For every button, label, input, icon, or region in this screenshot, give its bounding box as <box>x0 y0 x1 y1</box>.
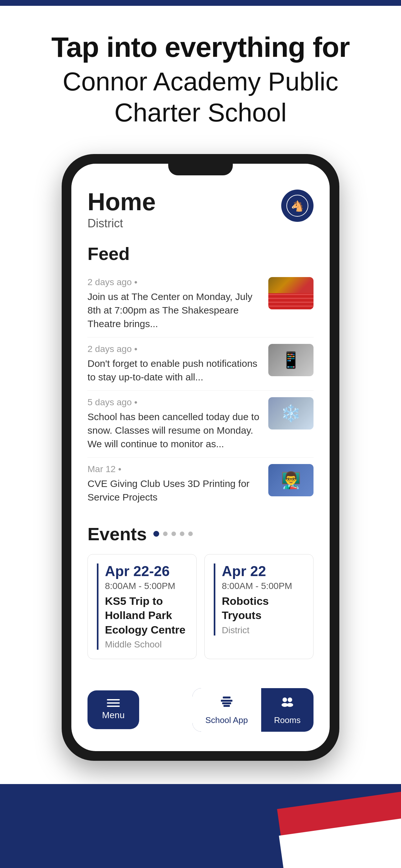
event-name: KS5 Trip to Holland Park Ecology Centre <box>105 594 187 637</box>
menu-label: Menu <box>102 710 125 720</box>
svg-point-7 <box>288 698 292 702</box>
bottom-nav: Menu Schoo <box>71 675 330 751</box>
feed-meta: 2 days ago • <box>88 344 260 354</box>
event-card[interactable]: Apr 22-26 8:00AM - 5:00PM KS5 Trip to Ho… <box>88 554 197 659</box>
rooms-label: Rooms <box>274 715 301 725</box>
dot-inactive <box>172 531 176 536</box>
school-app-button[interactable]: School App <box>192 688 261 732</box>
feed-meta: Mar 12 • <box>88 464 260 474</box>
feed-item[interactable]: 5 days ago • School has been cancelled t… <box>88 391 313 458</box>
feed-thumbnail <box>268 464 313 496</box>
feed-text-block: Mar 12 • CVE Giving Club Uses 3D Printin… <box>88 464 260 504</box>
event-card[interactable]: Apr 22 8:00AM - 5:00PM Robotics Tryouts … <box>204 554 313 659</box>
phone-wrapper: Home District 🐴 Feed <box>0 148 401 761</box>
phone-image <box>268 344 313 376</box>
phone-notch <box>168 164 233 175</box>
hero-title-line1: Tap into everything for <box>26 32 375 63</box>
snow-image <box>268 397 313 430</box>
hamburger-icon <box>107 699 120 707</box>
svg-rect-5 <box>223 696 230 699</box>
dot-inactive <box>163 531 167 536</box>
feed-text-block: 5 days ago • School has been cancelled t… <box>88 397 260 451</box>
svg-point-6 <box>282 698 287 702</box>
classroom-image <box>268 464 313 496</box>
feed-item[interactable]: 2 days ago • Don't forget to enable push… <box>88 337 313 391</box>
screen-home-title: Home <box>88 190 156 214</box>
events-title: Events <box>88 523 147 545</box>
feed-title: Feed <box>88 243 313 264</box>
events-header: Events <box>88 523 313 545</box>
nav-right-group: School App Rooms <box>192 688 313 732</box>
event-card-inner: Apr 22-26 8:00AM - 5:00PM KS5 Trip to Ho… <box>97 563 187 650</box>
feed-body: Don't forget to enable push notification… <box>88 357 260 384</box>
feed-text-block: 2 days ago • Join us at The Center on Mo… <box>88 277 260 331</box>
event-name: Robotics Tryouts <box>222 594 304 622</box>
feed-body: CVE Giving Club Uses 3D Printing for Ser… <box>88 477 260 504</box>
top-status-bar <box>0 0 401 6</box>
dot-inactive <box>180 531 184 536</box>
screen-title-block: Home District <box>88 190 156 230</box>
svg-rect-2 <box>221 700 233 702</box>
feed-thumbnail <box>268 277 313 309</box>
school-app-label: School App <box>205 715 248 725</box>
event-date: Apr 22 <box>222 563 304 579</box>
event-date: Apr 22-26 <box>105 563 187 579</box>
events-cards: Apr 22-26 8:00AM - 5:00PM KS5 Trip to Ho… <box>88 554 313 659</box>
feed-meta: 2 days ago • <box>88 277 260 287</box>
svg-rect-4 <box>223 705 230 707</box>
feed-thumbnail <box>268 397 313 430</box>
feed-text-block: 2 days ago • Don't forget to enable push… <box>88 344 260 384</box>
dot-inactive <box>188 531 193 536</box>
feed-item[interactable]: 2 days ago • Join us at The Center on Mo… <box>88 271 313 337</box>
feed-body: Join us at The Center on Monday, July 8t… <box>88 290 260 331</box>
svg-text:🐴: 🐴 <box>291 200 304 212</box>
feed-thumbnail <box>268 344 313 376</box>
svg-rect-3 <box>222 702 231 704</box>
feed-item[interactable]: Mar 12 • CVE Giving Club Uses 3D Printin… <box>88 458 313 510</box>
event-card-inner: Apr 22 8:00AM - 5:00PM Robotics Tryouts … <box>214 563 304 636</box>
event-time: 8:00AM - 5:00PM <box>105 581 187 591</box>
dot-active <box>153 531 159 537</box>
pagination-dots <box>153 531 193 537</box>
menu-button[interactable]: Menu <box>88 690 139 729</box>
feed-section: Feed 2 days ago • Join us at The Center … <box>71 237 330 514</box>
theater-image <box>268 277 313 309</box>
bottom-decoration <box>0 771 401 868</box>
rooms-button[interactable]: Rooms <box>261 688 313 732</box>
phone-screen: Home District 🐴 Feed <box>71 164 330 751</box>
screen-district-label: District <box>88 217 156 230</box>
feed-body: School has been cancelled today due to s… <box>88 410 260 451</box>
rooms-icon <box>280 694 295 712</box>
feed-meta: 5 days ago • <box>88 397 260 407</box>
event-location: Middle School <box>105 640 187 650</box>
event-location: District <box>222 625 304 636</box>
svg-point-9 <box>287 703 293 707</box>
school-logo[interactable]: 🐴 <box>281 190 313 222</box>
events-section: Events Apr 22-26 <box>71 514 330 665</box>
hero-section: Tap into everything for Connor Academy P… <box>0 6 401 148</box>
school-app-icon <box>220 694 234 712</box>
phone-mockup: Home District 🐴 Feed <box>62 154 339 761</box>
hero-title-line2: Connor Academy Public Charter School <box>26 66 375 128</box>
event-time: 8:00AM - 5:00PM <box>222 581 304 591</box>
